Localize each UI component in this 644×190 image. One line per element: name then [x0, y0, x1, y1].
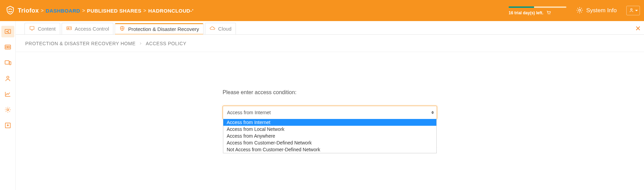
- tab-cloud-label: Cloud: [218, 26, 231, 32]
- topbar: Triofox > DASHBOARD > PUBLISHED SHARES >…: [0, 0, 644, 21]
- trial-text: 16 trial day(s) left.: [509, 11, 543, 15]
- svg-point-1: [550, 14, 550, 14]
- tabs-row: Content Access Control Protection & Disa…: [16, 21, 644, 35]
- svg-point-2: [579, 9, 581, 11]
- breadcrumb-sep: >: [143, 8, 146, 13]
- svg-point-0: [548, 14, 549, 14]
- user-menu-button[interactable]: [626, 6, 640, 15]
- sub-breadcrumb: PROTECTION & DISASTER RECOVERY HOME ACCE…: [16, 35, 644, 52]
- svg-rect-9: [6, 46, 7, 48]
- form-area: Please enter access condition: Access fr…: [16, 52, 644, 149]
- select-option[interactable]: Access from Internet: [223, 119, 436, 126]
- breadcrumb-sep: >: [82, 8, 85, 13]
- form-prompt: Please enter access condition:: [223, 89, 437, 96]
- topbar-right: 16 trial day(s) left. System Info: [509, 5, 641, 16]
- cart-icon[interactable]: [546, 10, 551, 16]
- tab-access-control[interactable]: Access Control: [62, 23, 114, 34]
- svg-point-3: [630, 8, 632, 10]
- svg-point-13: [6, 76, 9, 78]
- select-value: Access from Internet: [227, 110, 271, 115]
- tab-cloud[interactable]: Cloud: [205, 23, 236, 34]
- gear-icon: [576, 6, 583, 15]
- tab-access-control-label: Access Control: [75, 26, 109, 32]
- content-icon: [29, 25, 35, 32]
- breadcrumb-sep: >: [41, 8, 44, 13]
- rail-item-users[interactable]: [1, 73, 14, 84]
- rail-item-storage[interactable]: [1, 41, 14, 53]
- select-display[interactable]: Access from Internet: [223, 106, 437, 119]
- main-panel: Content Access Control Protection & Disa…: [16, 21, 644, 190]
- system-info-button[interactable]: System Info: [576, 6, 617, 15]
- trial-status[interactable]: 16 trial day(s) left.: [509, 5, 566, 16]
- logo-icon: [5, 5, 15, 16]
- select-option[interactable]: Not Access from Customer-Defined Network: [223, 146, 436, 153]
- shield-icon: [119, 25, 125, 33]
- tab-content[interactable]: Content: [25, 23, 60, 34]
- tab-protection-label: Protection & Disaster Recovery: [128, 26, 199, 32]
- chevron-right-icon: [139, 41, 142, 46]
- svg-rect-16: [30, 27, 34, 30]
- rail-item-devices[interactable]: [1, 57, 14, 69]
- rail-item-download[interactable]: [1, 120, 14, 131]
- tab-content-label: Content: [38, 26, 56, 32]
- svg-rect-11: [5, 61, 9, 64]
- chevron-down-icon: [635, 10, 638, 11]
- user-icon: [629, 7, 634, 14]
- select-option[interactable]: Access from Customer-Defined Network: [223, 139, 436, 146]
- svg-rect-17: [67, 27, 71, 30]
- rail-item-settings[interactable]: [1, 104, 14, 116]
- svg-rect-10: [8, 46, 10, 48]
- id-card-icon: [66, 25, 72, 32]
- brand-logo[interactable]: Triofox: [5, 5, 39, 16]
- svg-rect-12: [9, 62, 11, 65]
- breadcrumb-share-name[interactable]: HADRONCLOUD-': [148, 8, 194, 14]
- breadcrumb-published-shares[interactable]: PUBLISHED SHARES: [87, 8, 142, 14]
- access-condition-select[interactable]: Access from Internet Access from Interne…: [223, 106, 437, 119]
- sort-icon: [431, 111, 434, 114]
- svg-point-18: [68, 28, 69, 29]
- svg-rect-4: [5, 30, 11, 34]
- side-rail: [0, 21, 16, 190]
- select-option[interactable]: Access from Anywhere: [223, 133, 436, 139]
- trial-progress-bar: [509, 6, 566, 8]
- rail-item-share[interactable]: [1, 26, 14, 37]
- svg-point-14: [7, 109, 9, 111]
- select-dropdown: Access from InternetAccess from Local Ne…: [223, 119, 437, 153]
- tab-protection[interactable]: Protection & Disaster Recovery: [115, 23, 203, 35]
- sub-breadcrumb-home[interactable]: PROTECTION & DISASTER RECOVERY HOME: [25, 41, 135, 46]
- select-option[interactable]: Access from Local Network: [223, 126, 436, 133]
- sub-breadcrumb-current: ACCESS POLICY: [146, 41, 186, 46]
- breadcrumb-dashboard[interactable]: DASHBOARD: [46, 8, 80, 14]
- system-info-label: System Info: [586, 7, 617, 14]
- rail-item-reports[interactable]: [1, 88, 14, 100]
- close-icon[interactable]: ×: [635, 23, 641, 34]
- cloud-icon: [209, 25, 215, 32]
- brand-name: Triofox: [18, 7, 39, 14]
